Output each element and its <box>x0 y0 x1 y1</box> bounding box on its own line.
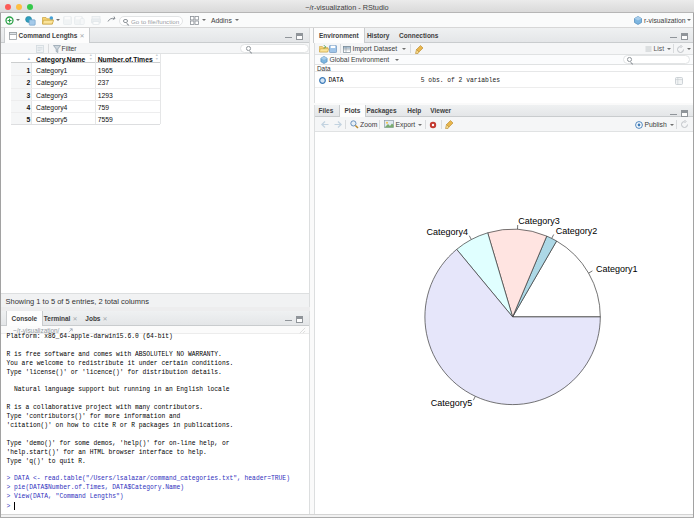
svg-text:Category3: Category3 <box>518 215 560 225</box>
svg-text:Category5: Category5 <box>430 398 472 408</box>
svg-text:Category4: Category4 <box>426 227 468 237</box>
svg-text:Category1: Category1 <box>595 263 637 273</box>
svg-text:Category2: Category2 <box>555 225 597 235</box>
